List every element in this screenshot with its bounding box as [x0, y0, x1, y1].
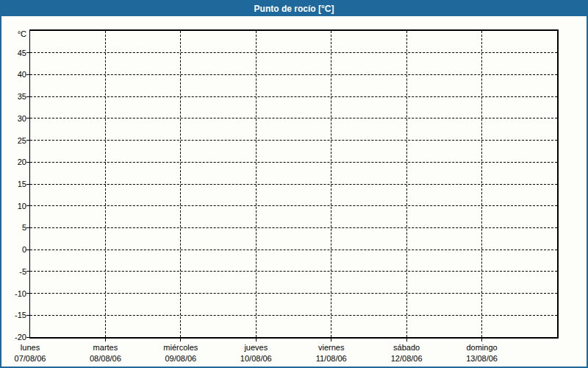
y-axis-tick	[26, 184, 29, 185]
x-day-label: viernes	[295, 343, 368, 353]
x-day-label: sábado	[370, 343, 443, 353]
y-tick-label: -15	[1, 310, 26, 320]
x-date-label: 09/08/06	[144, 354, 218, 364]
x-day-label: lunes	[0, 343, 67, 353]
gridline-vertical	[256, 31, 257, 337]
y-tick-label: 15	[1, 179, 26, 189]
y-axis-tick	[26, 96, 29, 97]
y-axis-unit-label: °C	[1, 29, 26, 39]
x-date-label: 10/08/06	[219, 354, 293, 364]
y-tick-label: 25	[1, 135, 26, 146]
x-date-label: 08/08/06	[68, 354, 142, 364]
y-tick-label: 30	[1, 113, 26, 124]
gridline-horizontal	[30, 140, 557, 141]
x-axis-tick	[406, 339, 407, 342]
gridline-horizontal	[30, 315, 557, 316]
gridline-horizontal	[30, 74, 557, 75]
gridline-vertical	[105, 31, 106, 337]
y-tick-label: -5	[1, 266, 26, 277]
y-tick-label: 0	[1, 244, 26, 255]
y-axis-tick	[26, 315, 29, 316]
y-tick-label: -10	[1, 289, 26, 299]
x-date-label: 12/08/06	[370, 354, 443, 364]
x-date-label: 11/08/06	[295, 354, 368, 364]
y-tick-label: 5	[1, 222, 26, 233]
chart-title-bar: Punto de rocío [°C]	[1, 1, 587, 16]
y-tick-label: 40	[1, 69, 26, 79]
y-axis-tick	[26, 118, 29, 118]
y-axis-tick	[26, 162, 29, 163]
x-axis-tick	[105, 339, 106, 342]
y-axis-tick	[26, 250, 29, 250]
gridline-horizontal	[30, 271, 557, 272]
gridline-vertical	[406, 31, 407, 337]
y-axis-tick	[26, 227, 29, 228]
x-axis-tick	[180, 339, 181, 342]
y-tick-label: -20	[1, 332, 26, 342]
x-day-label: martes	[68, 343, 142, 353]
gridline-horizontal	[30, 96, 557, 97]
gridline-horizontal	[30, 118, 557, 118]
x-day-label: miércoles	[144, 343, 218, 353]
y-tick-label: 20	[1, 157, 26, 167]
x-date-label: 13/08/06	[445, 354, 519, 364]
chart-window: Punto de rocío [°C] °C 45403530252015105…	[0, 0, 588, 368]
y-axis-tick	[26, 52, 29, 53]
gridline-horizontal	[30, 250, 557, 250]
plot-area	[29, 29, 559, 339]
gridline-horizontal	[30, 184, 557, 185]
gridline-vertical	[180, 31, 181, 337]
gridline-vertical	[331, 31, 331, 337]
y-axis-tick	[26, 271, 29, 272]
y-axis-tick	[26, 140, 29, 141]
y-axis-tick	[26, 337, 29, 338]
gridline-horizontal	[30, 162, 557, 163]
y-axis-tick	[26, 74, 29, 75]
chart-title: Punto de rocío [°C]	[254, 4, 334, 14]
x-axis-tick	[331, 339, 331, 342]
gridline-horizontal	[30, 52, 557, 53]
x-day-label: domingo	[445, 343, 519, 353]
gridline-vertical	[481, 31, 482, 337]
y-axis-tick	[26, 205, 29, 206]
y-axis-tick	[26, 293, 29, 294]
y-tick-label: 35	[1, 91, 26, 102]
gridline-horizontal	[30, 205, 557, 206]
gridline-horizontal	[30, 293, 557, 294]
x-day-label: jueves	[219, 343, 293, 353]
x-axis-tick	[481, 339, 482, 342]
gridline-horizontal	[30, 227, 557, 228]
y-tick-label: 45	[1, 48, 26, 58]
x-axis-tick	[256, 339, 257, 342]
x-date-label: 07/08/06	[0, 354, 67, 364]
y-tick-label: 10	[1, 201, 26, 211]
